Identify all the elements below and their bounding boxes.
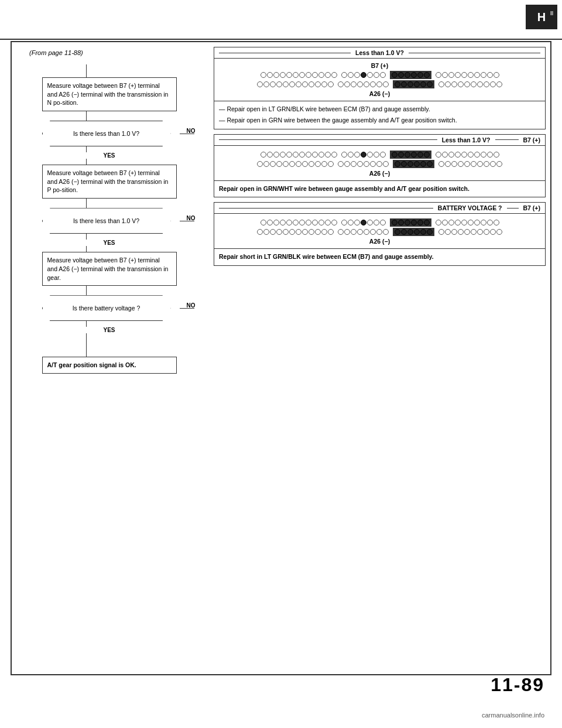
pin (487, 152, 493, 158)
pin (273, 72, 279, 78)
pin (263, 229, 269, 235)
website-area: carmanualsonline.info (482, 711, 544, 719)
pin (270, 161, 276, 167)
pin-filled (361, 220, 366, 225)
pin (257, 161, 263, 167)
pin-row-2b (218, 160, 542, 168)
pin (380, 72, 386, 78)
yes-label-2: YES (42, 240, 177, 246)
diamond1-wrapper: Is there less than 1.0 V? NO (42, 121, 177, 146)
pin-filled (398, 220, 404, 225)
pin (383, 161, 389, 167)
pin (325, 72, 331, 78)
section1-connector: B7 (+) (214, 59, 546, 101)
section3-title: BATTERY VOLTAGE ? (438, 204, 502, 211)
pin (348, 220, 354, 225)
pin (331, 152, 337, 158)
pin (306, 220, 311, 225)
pin (318, 152, 324, 158)
pin (273, 152, 279, 158)
conn1-bottom-label: A26 (−) (218, 90, 542, 97)
section2-title-bar: Less than 1.0 V? B7 (+) (214, 134, 546, 146)
pin-row-2a (218, 151, 542, 159)
pin-row-1b (218, 80, 542, 88)
content-area: (From page 11-88) Measure voltage betwee… (12, 42, 550, 674)
pin (383, 81, 389, 87)
pin (306, 72, 311, 78)
vert-yes-3 (86, 321, 87, 327)
pin (445, 161, 451, 167)
pin (484, 161, 489, 167)
pin (344, 161, 350, 167)
pin-filled (392, 152, 397, 158)
pin (280, 72, 286, 78)
pin (364, 161, 369, 167)
pin (351, 161, 357, 167)
pin (496, 229, 502, 235)
pin (494, 152, 499, 158)
pin (270, 229, 276, 235)
title-line-right-2 (495, 139, 519, 140)
page-number-area: 11-89 (491, 674, 544, 696)
pin-filled (420, 229, 426, 235)
pin (481, 152, 486, 158)
pin (367, 72, 373, 78)
pin (370, 229, 376, 235)
pin-filled (401, 229, 407, 235)
pin (312, 72, 318, 78)
section3-connector-top: B7 (+) (523, 204, 540, 211)
pin (448, 72, 454, 78)
pin (481, 72, 486, 78)
pin (270, 81, 276, 87)
vert-line-2 (86, 111, 87, 121)
section1-repair-text: — Repair open in LT GRN/BLK wire between… (219, 105, 540, 125)
pin (448, 220, 454, 225)
pin-filled (417, 72, 423, 78)
pin (341, 220, 347, 225)
pin-group-highlighted (390, 71, 431, 79)
pin (445, 81, 451, 87)
pin (471, 161, 477, 167)
pin (306, 152, 311, 158)
pin-filled (424, 152, 430, 158)
no-line-2 (180, 221, 194, 221)
section2-connector-top: B7 (+) (523, 136, 540, 143)
pin (286, 152, 292, 158)
pin (438, 229, 444, 235)
vert-line-4 (86, 286, 87, 295)
pin-row-1a (218, 71, 542, 79)
pin (312, 220, 318, 225)
pin-filled (417, 220, 423, 225)
pin (328, 81, 334, 87)
pin (494, 72, 499, 78)
yes-label-3: YES (42, 327, 177, 333)
pin (383, 229, 389, 235)
pin-row-3a (218, 218, 542, 227)
diamond3-wrapper: Is there battery voltage ? NO (42, 295, 177, 321)
pin-filled (392, 220, 397, 225)
measure-box-2: Measure voltage between B7 (+) terminal … (42, 165, 177, 199)
pin (445, 229, 451, 235)
title-line-left-2 (219, 139, 437, 140)
pin-group-6 (438, 81, 502, 87)
pin (261, 72, 266, 78)
box2-wrapper: Measure voltage between B7 (+) terminal … (42, 165, 177, 199)
section3-repair: Repair short in LT GRN/BLK wire between … (214, 249, 546, 266)
pin (487, 220, 493, 225)
pin (448, 152, 454, 158)
pin (438, 161, 444, 167)
diamond-1: Is there less than 1.0 V? (42, 121, 171, 146)
pin (263, 161, 269, 167)
pin (273, 220, 279, 225)
pin (458, 81, 464, 87)
pin-filled (411, 152, 417, 158)
pin-filled (398, 152, 404, 158)
pin (471, 229, 477, 235)
pin (487, 72, 493, 78)
pin-filled (398, 72, 404, 78)
vert-post-yes-1 (86, 159, 87, 165)
pin (442, 152, 448, 158)
svg-text:H: H (537, 11, 546, 23)
pin (468, 152, 474, 158)
pin (354, 152, 360, 158)
